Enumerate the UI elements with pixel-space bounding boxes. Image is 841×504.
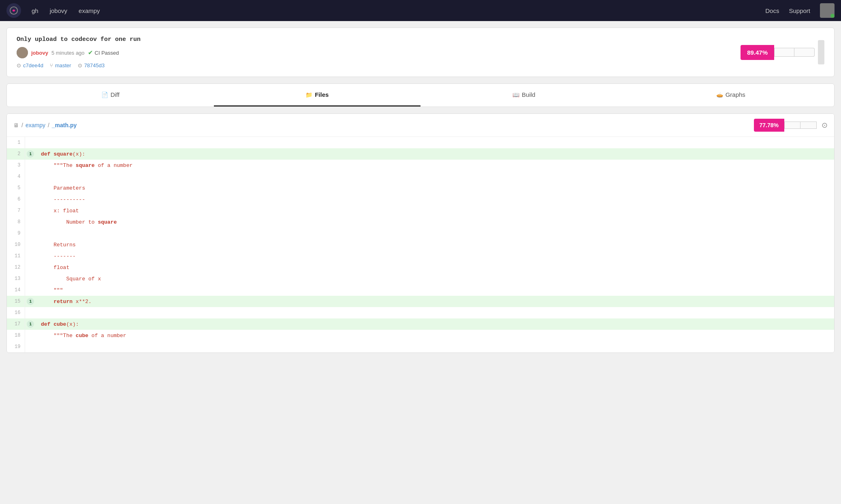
logo[interactable] xyxy=(6,3,21,18)
line-number: 18 xyxy=(7,330,25,341)
line-hit-count xyxy=(25,273,36,284)
tabs-bar: 📄 Diff 📁 Files 📖 Build 🥧 Graphs xyxy=(6,83,835,107)
tab-diff[interactable]: 📄 Diff xyxy=(7,84,214,107)
line-code: float xyxy=(36,262,834,273)
line-hit-count: 1 xyxy=(25,296,36,307)
file-coverage-percent: 77.78% xyxy=(754,119,784,132)
line-hit-count xyxy=(25,228,36,239)
line-code: return x**2. xyxy=(36,296,834,307)
commit-coverage-delta2 xyxy=(794,48,815,57)
line-number: 2 xyxy=(7,148,25,160)
line-hit-count xyxy=(25,194,36,205)
table-row: 12 float xyxy=(7,262,834,273)
ci-status-badge: ✔ CI Passed xyxy=(88,49,119,56)
table-row: 16 xyxy=(7,307,834,318)
table-row: 7 x: float xyxy=(7,205,834,216)
line-number: 13 xyxy=(7,273,25,284)
online-indicator xyxy=(830,14,835,18)
branch-icon: ⑂ xyxy=(50,62,53,68)
scrollbar-handle[interactable] xyxy=(818,40,824,64)
file-path-device-icon: 🖥 xyxy=(13,122,19,128)
line-number: 3 xyxy=(7,160,25,171)
line-hit-count xyxy=(25,250,36,262)
table-row: 3 """The square of a number xyxy=(7,160,834,171)
tab-build[interactable]: 📖 Build xyxy=(420,84,628,107)
ci-check-icon: ✔ xyxy=(88,49,93,56)
table-row: 19 xyxy=(7,341,834,352)
file-path-dir1[interactable]: exampy xyxy=(26,122,45,128)
table-row: 18 """The cube of a number xyxy=(7,330,834,341)
file-action-icon[interactable]: ⊙ xyxy=(822,121,828,130)
line-code: def cube(x): xyxy=(36,318,834,330)
line-number: 5 xyxy=(7,182,25,194)
tab-diff-label: Diff xyxy=(111,91,120,98)
nav-support-link[interactable]: Support xyxy=(789,7,810,14)
line-hit-count xyxy=(25,239,36,250)
line-code xyxy=(36,228,834,239)
file-viewer: 🖥 / exampy / _math.py 77.78% ⊙ 121def sq… xyxy=(6,113,835,353)
line-hit-count xyxy=(25,171,36,182)
line-number: 1 xyxy=(7,137,25,148)
file-path-filename[interactable]: _math.py xyxy=(52,122,77,128)
line-code xyxy=(36,137,834,148)
line-hit-count xyxy=(25,284,36,296)
commit-coverage-delta1 xyxy=(774,48,794,57)
nav-item-exampy[interactable]: exampy xyxy=(75,5,104,17)
commit-branch-ref[interactable]: ⑂ master xyxy=(50,62,71,68)
line-hit-count xyxy=(25,341,36,352)
commit-info: Only upload to codecov for one run jobov… xyxy=(17,36,741,68)
commit-time: 5 minutes ago xyxy=(51,50,85,56)
line-number: 8 xyxy=(7,216,25,228)
ci-status-text: CI Passed xyxy=(95,50,119,56)
table-row: 4 xyxy=(7,171,834,182)
tab-files-label: Files xyxy=(315,91,329,98)
files-tab-icon: 📁 xyxy=(305,92,312,98)
table-row: 1 xyxy=(7,137,834,148)
line-code: Parameters xyxy=(36,182,834,194)
commit-branch-value: master xyxy=(55,62,71,68)
nav-item-jobovy[interactable]: jobovy xyxy=(46,5,71,17)
table-row: 171def cube(x): xyxy=(7,318,834,330)
line-code xyxy=(36,307,834,318)
top-navigation: gh jobovy exampy Docs Support xyxy=(0,0,841,21)
line-code: Square of x xyxy=(36,273,834,284)
commit-build-ref[interactable]: ⊙ 78745d3 xyxy=(78,62,105,68)
table-row: 151 return x**2. xyxy=(7,296,834,307)
user-avatar[interactable] xyxy=(820,3,835,18)
file-coverage-delta2 xyxy=(800,122,817,129)
line-hit-count xyxy=(25,160,36,171)
commit-card: Only upload to codecov for one run jobov… xyxy=(6,28,835,77)
commit-refs: ⊙ c7dee4d ⑂ master ⊙ 78745d3 xyxy=(17,62,741,68)
table-row: 5 Parameters xyxy=(7,182,834,194)
table-row: 10 Returns xyxy=(7,239,834,250)
table-row: 13 Square of x xyxy=(7,273,834,284)
line-code xyxy=(36,171,834,182)
commit-title: Only upload to codecov for one run xyxy=(17,36,741,43)
table-row: 9 xyxy=(7,228,834,239)
line-number: 14 xyxy=(7,284,25,296)
line-hit-count xyxy=(25,307,36,318)
tab-graphs-label: Graphs xyxy=(726,91,745,98)
commit-hash-value: c7dee4d xyxy=(23,62,43,68)
file-coverage-badges: 77.78% xyxy=(754,119,817,132)
line-code: ------- xyxy=(36,250,834,262)
tab-graphs[interactable]: 🥧 Graphs xyxy=(628,84,835,107)
file-path-sep2: / xyxy=(48,122,49,128)
commit-coverage-badges: 89.47% xyxy=(741,45,815,60)
line-code: """ xyxy=(36,284,834,296)
commit-hash-ref[interactable]: ⊙ c7dee4d xyxy=(17,62,43,68)
commit-author-name[interactable]: jobovy xyxy=(31,50,48,56)
line-code: Number to square xyxy=(36,216,834,228)
line-number: 17 xyxy=(7,318,25,330)
file-coverage-area: 77.78% ⊙ xyxy=(754,119,828,132)
tab-files[interactable]: 📁 Files xyxy=(214,84,421,107)
line-number: 12 xyxy=(7,262,25,273)
line-hit-count xyxy=(25,262,36,273)
nav-docs-link[interactable]: Docs xyxy=(765,7,779,14)
line-number: 19 xyxy=(7,341,25,352)
line-number: 16 xyxy=(7,307,25,318)
commit-build-value: 78745d3 xyxy=(84,62,105,68)
commit-coverage-percent: 89.47% xyxy=(741,45,774,60)
diff-tab-icon: 📄 xyxy=(101,92,108,98)
nav-item-gh[interactable]: gh xyxy=(28,5,43,17)
